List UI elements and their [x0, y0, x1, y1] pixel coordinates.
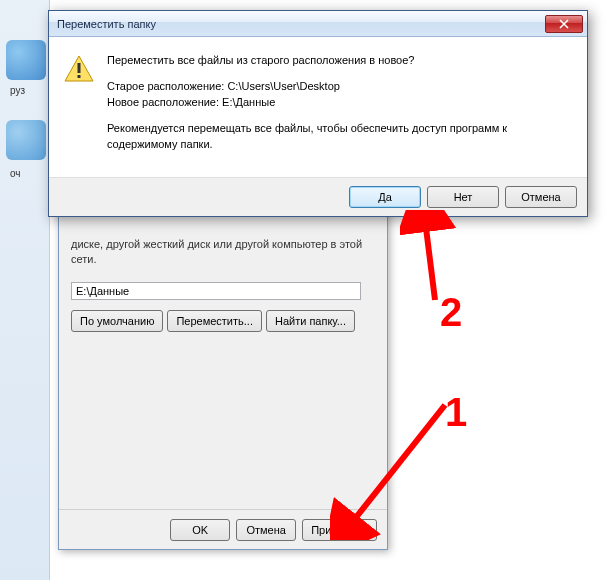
- move-button[interactable]: Переместить...: [167, 310, 262, 332]
- svg-rect-1: [78, 75, 81, 78]
- ok-button[interactable]: OK: [170, 519, 230, 541]
- messagebox-title: Переместить папку: [57, 18, 545, 30]
- apply-button[interactable]: Применить: [302, 519, 377, 541]
- desktop-background: руз оч: [0, 0, 50, 580]
- move-folder-messagebox: Переместить папку Переместить все файлы …: [48, 10, 588, 217]
- svg-line-2: [425, 220, 435, 300]
- recommendation-text: Рекомендуется перемещать все файлы, чтоб…: [107, 121, 573, 153]
- location-path-input[interactable]: [71, 282, 361, 300]
- default-button[interactable]: По умолчанию: [71, 310, 163, 332]
- annotation-number-2: 2: [440, 290, 462, 335]
- close-button[interactable]: [545, 15, 583, 33]
- desktop-icon: [6, 40, 46, 80]
- messagebox-question: Переместить все файлы из старого располо…: [107, 53, 573, 69]
- warning-icon: [63, 53, 95, 85]
- find-folder-button[interactable]: Найти папку...: [266, 310, 355, 332]
- no-button[interactable]: Нет: [427, 186, 499, 208]
- close-icon: [559, 19, 569, 29]
- messagebox-titlebar[interactable]: Переместить папку: [49, 11, 587, 37]
- desktop-label: оч: [10, 168, 21, 179]
- desktop-label: руз: [10, 85, 25, 96]
- new-location-text: Новое расположение: E:\Данные: [107, 96, 275, 108]
- messagebox-content: Переместить все файлы из старого располо…: [107, 53, 573, 163]
- annotation-number-1: 1: [445, 390, 467, 435]
- desktop-icon: [6, 120, 46, 160]
- dialog-cancel-button[interactable]: Отмена: [505, 186, 577, 208]
- properties-help-text: диске, другой жесткий диск или другой ко…: [71, 237, 375, 268]
- svg-rect-0: [78, 63, 81, 73]
- cancel-button[interactable]: Отмена: [236, 519, 296, 541]
- yes-button[interactable]: Да: [349, 186, 421, 208]
- old-location-text: Старое расположение: C:\Users\User\Deskt…: [107, 80, 340, 92]
